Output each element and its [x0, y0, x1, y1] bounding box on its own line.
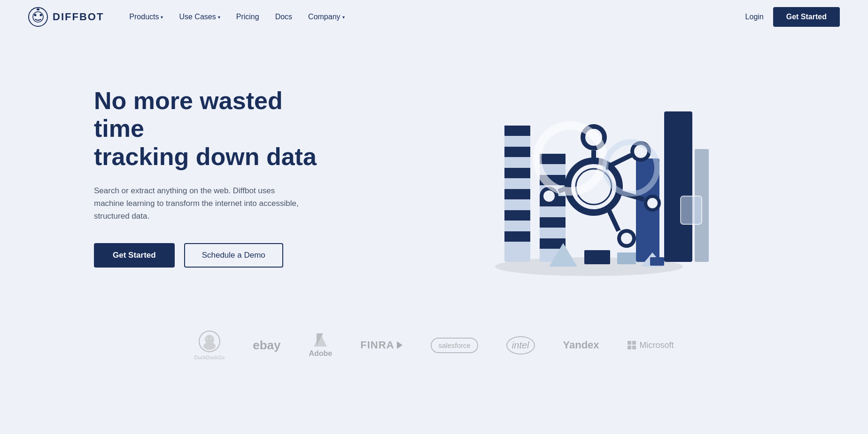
nav-item-company[interactable]: Company ▾ [302, 9, 351, 25]
microsoft-grid-icon [628, 341, 636, 349]
yandex-label: Yandex [563, 339, 599, 351]
svg-rect-11 [504, 189, 530, 199]
nav-label-usecases: Use Cases [179, 13, 216, 21]
svg-rect-5 [37, 8, 39, 10]
svg-line-38 [608, 208, 619, 231]
svg-rect-10 [504, 168, 530, 178]
duckduckgo-icon [198, 330, 221, 353]
hero-content: No more wasted time tracking down data S… [94, 87, 338, 268]
nav-label-docs: Docs [275, 13, 292, 21]
finra-label: FINRA [360, 339, 403, 351]
duckduckgo-label: DuckDuckGo [194, 355, 225, 360]
svg-point-32 [621, 233, 632, 244]
schedule-demo-button[interactable]: Schedule a Demo [184, 243, 283, 268]
logo[interactable]: DIFFBOT [28, 7, 104, 27]
svg-rect-8 [504, 126, 530, 136]
diffbot-logo-icon [28, 7, 48, 27]
logo-salesforce: salesforce [431, 338, 478, 353]
logo-intel: intel [506, 336, 535, 355]
svg-rect-43 [584, 250, 610, 264]
hero-section: No more wasted time tracking down data S… [0, 34, 868, 316]
logos-section: DuckDuckGo ebay Adobe FINRA salesforce i… [0, 316, 868, 379]
hero-buttons: Get Started Schedule a Demo [94, 243, 338, 268]
svg-point-3 [34, 14, 37, 16]
login-link[interactable]: Login [745, 13, 764, 21]
get-started-nav-button[interactable]: Get Started [773, 7, 840, 27]
logo-adobe: Adobe [309, 332, 332, 358]
svg-point-30 [647, 198, 658, 208]
finra-arrow-icon [397, 341, 403, 349]
nav-item-docs[interactable]: Docs [269, 9, 299, 25]
nav-label-pricing: Pricing [236, 13, 259, 21]
logo-yandex: Yandex [563, 339, 599, 351]
chevron-down-icon: ▾ [218, 15, 220, 20]
brand-name: DIFFBOT [53, 11, 104, 23]
nav-item-usecases[interactable]: Use Cases ▾ [172, 9, 226, 25]
microsoft-label: Microsoft [628, 340, 674, 350]
chevron-down-icon: ▾ [342, 15, 345, 20]
ebay-label: ebay [253, 338, 280, 353]
svg-rect-20 [664, 111, 692, 262]
hero-title: No more wasted time tracking down data [94, 87, 338, 171]
adobe-icon [313, 332, 328, 347]
hero-3d-graphic [467, 64, 711, 290]
hero-subtitle: Search or extract anything on the web. D… [94, 184, 301, 223]
chevron-down-icon: ▾ [161, 15, 163, 20]
nav-links: Products ▾ Use Cases ▾ Pricing Docs Comp… [123, 9, 745, 25]
svg-point-4 [40, 14, 42, 16]
svg-rect-46 [650, 257, 664, 266]
svg-rect-12 [504, 210, 530, 221]
adobe-label: Adobe [309, 349, 332, 358]
get-started-hero-button[interactable]: Get Started [94, 243, 175, 268]
svg-rect-44 [617, 253, 636, 264]
intel-label: intel [506, 336, 535, 355]
svg-rect-18 [540, 217, 566, 228]
svg-point-50 [203, 342, 216, 350]
logo-duckduckgo: DuckDuckGo [194, 330, 225, 360]
logo-ebay: ebay [253, 338, 280, 353]
svg-rect-13 [504, 231, 530, 242]
salesforce-label: salesforce [431, 338, 478, 353]
nav-item-pricing[interactable]: Pricing [230, 9, 266, 25]
nav-label-products: Products [129, 13, 159, 21]
logo-finra: FINRA [360, 339, 403, 351]
navbar: DIFFBOT Products ▾ Use Cases ▾ Pricing D… [0, 0, 868, 34]
svg-rect-15 [540, 154, 566, 164]
nav-label-company: Company [308, 13, 340, 21]
svg-point-54 [211, 338, 212, 339]
svg-rect-47 [681, 196, 702, 224]
logo-microsoft: Microsoft [628, 340, 674, 350]
svg-rect-9 [504, 147, 530, 157]
svg-point-53 [207, 338, 208, 339]
nav-right: Login Get Started [745, 7, 840, 27]
nav-item-products[interactable]: Products ▾ [123, 9, 170, 25]
svg-point-34 [543, 190, 555, 202]
hero-illustration [338, 55, 840, 300]
